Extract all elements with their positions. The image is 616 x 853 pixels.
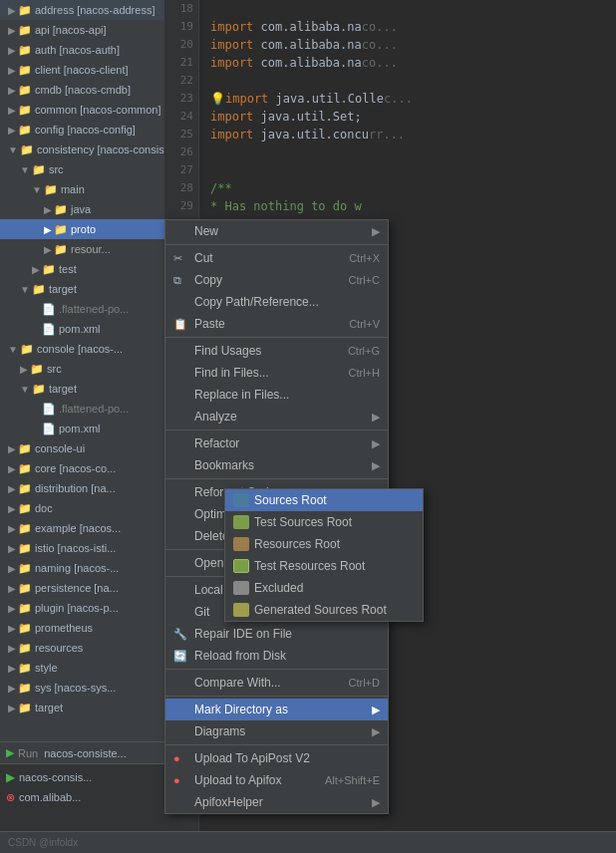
menu-item-cut[interactable]: ✂ Cut Ctrl+X bbox=[165, 247, 388, 269]
menu-item-upload-apifox[interactable]: ● Upload to Apifox Alt+Shift+E bbox=[165, 769, 388, 791]
tree-item-api[interactable]: ▶ 📁 api [nacos-api] bbox=[0, 20, 164, 40]
tree-item-console[interactable]: ▼ 📁 console [nacos-... bbox=[0, 339, 164, 359]
tree-item-target2[interactable]: ▼ 📁 target bbox=[0, 379, 164, 399]
submenu-item-generated-sources[interactable]: Generated Sources Root bbox=[225, 599, 423, 621]
tree-item-pom2[interactable]: ▶ 📄 pom.xml bbox=[0, 419, 164, 438]
line-num: 29 bbox=[180, 197, 193, 215]
tree-item-flattened2[interactable]: ▶ 📄 .flattened-po... bbox=[0, 399, 164, 419]
tree-label: doc bbox=[35, 502, 53, 514]
menu-item-copy-path[interactable]: Copy Path/Reference... bbox=[165, 291, 388, 313]
tree-item-pom1[interactable]: ▶ 📄 pom.xml bbox=[0, 319, 164, 339]
tree-item-resources[interactable]: ▶ 📁 resour... bbox=[0, 239, 164, 259]
submenu-item-sources-root[interactable]: Sources Root bbox=[225, 489, 423, 511]
tree-label: auth [nacos-auth] bbox=[35, 44, 120, 56]
tree-label: istio [nacos-isti... bbox=[35, 542, 116, 554]
tree-item-auth[interactable]: ▶ 📁 auth [nacos-auth] bbox=[0, 40, 164, 60]
menu-item-analyze[interactable]: Analyze ▶ bbox=[165, 406, 388, 427]
submenu-item-resources-root[interactable]: Resources Root bbox=[225, 533, 423, 555]
tree-item-test[interactable]: ▶ 📁 test bbox=[0, 259, 164, 279]
tree-label: java bbox=[71, 203, 91, 215]
line-num: 23 bbox=[180, 90, 193, 108]
tree-item-common[interactable]: ▶ 📁 common [nacos-common] bbox=[0, 100, 164, 120]
menu-item-mark-dir[interactable]: Mark Directory as ▶ bbox=[165, 699, 388, 720]
tree-item-sys[interactable]: ▶ 📁 sys [nacos-sys... bbox=[0, 678, 164, 698]
menu-item-paste[interactable]: 📋 Paste Ctrl+V bbox=[165, 313, 388, 335]
apipost-icon: ● bbox=[173, 752, 189, 764]
tree-item-console-ui[interactable]: ▶ 📁 console-ui bbox=[0, 438, 164, 458]
menu-item-repair-ide[interactable]: 🔧 Repair IDE on File bbox=[165, 623, 388, 645]
tree-item-target3[interactable]: ▶ 📁 target bbox=[0, 698, 164, 717]
tree-item-resources2[interactable]: ▶ 📁 resources bbox=[0, 638, 164, 658]
menu-item-refactor[interactable]: Refactor ▶ bbox=[165, 432, 388, 454]
tree-item-naming[interactable]: ▶ 📁 naming [nacos-... bbox=[0, 558, 164, 578]
code-line: * Has nothing to do w bbox=[210, 197, 606, 215]
menu-item-copy[interactable]: ⧉ Copy Ctrl+C bbox=[165, 269, 388, 291]
chevron-icon: ▶ bbox=[8, 603, 16, 614]
tree-item-doc[interactable]: ▶ 📁 doc bbox=[0, 498, 164, 518]
menu-item-find-usages[interactable]: Find Usages Ctrl+G bbox=[165, 340, 388, 362]
submenu-item-test-resources[interactable]: Test Resources Root bbox=[225, 555, 423, 577]
menu-item-upload-apipost[interactable]: ● Upload To ApiPost V2 bbox=[165, 747, 388, 769]
submenu-item-excluded[interactable]: Excluded bbox=[225, 577, 423, 599]
submenu-item-test-sources[interactable]: Test Sources Root bbox=[225, 511, 423, 533]
tree-item-consistency[interactable]: ▼ 📁 consistency [nacos-consistency] bbox=[0, 140, 164, 159]
tree-item-istio[interactable]: ▶ 📁 istio [nacos-isti... bbox=[0, 538, 164, 558]
folder-icon: 📁 bbox=[18, 502, 32, 515]
separator bbox=[165, 744, 388, 745]
menu-item-label: Mark Directory as bbox=[194, 703, 372, 716]
menu-item-find-in-files[interactable]: Find in Files... Ctrl+H bbox=[165, 362, 388, 384]
tree-item-client[interactable]: ▶ 📁 client [nacos-client] bbox=[0, 60, 164, 80]
code-line: 💡import java.util.Collec... bbox=[210, 90, 606, 108]
chevron-icon: ▶ bbox=[44, 224, 52, 235]
menu-item-reload[interactable]: 🔄 Reload from Disk bbox=[165, 645, 388, 667]
separator bbox=[165, 429, 388, 430]
menu-item-compare[interactable]: Compare With... Ctrl+D bbox=[165, 672, 388, 694]
line-num: 21 bbox=[180, 54, 193, 72]
tree-item-persistence[interactable]: ▶ 📁 persistence [na... bbox=[0, 578, 164, 598]
run-tab[interactable]: nacos-consiste... bbox=[44, 747, 127, 759]
run-play-icon: ▶ bbox=[6, 770, 15, 784]
excluded-icon bbox=[233, 581, 249, 595]
chevron-icon: ▶ bbox=[8, 85, 16, 96]
run-item-error[interactable]: ⊗ com.alibab... bbox=[6, 787, 158, 807]
test-resources-icon bbox=[233, 559, 249, 573]
tree-item-plugin[interactable]: ▶ 📁 plugin [nacos-p... bbox=[0, 598, 164, 618]
menu-item-label: Paste bbox=[194, 317, 339, 331]
menu-item-bookmarks[interactable]: Bookmarks ▶ bbox=[165, 454, 388, 476]
tree-item-target[interactable]: ▼ 📁 target bbox=[0, 279, 164, 299]
chevron-icon: ▼ bbox=[8, 344, 18, 355]
shortcut-label: Ctrl+H bbox=[349, 367, 380, 379]
menu-item-diagrams[interactable]: Diagrams ▶ bbox=[165, 720, 388, 742]
tree-item-main[interactable]: ▼ 📁 main bbox=[0, 179, 164, 199]
chevron-icon: ▶ bbox=[8, 105, 16, 116]
tree-item-address[interactable]: ▶ 📁 address [nacos-address] bbox=[0, 0, 164, 20]
code-line: /** bbox=[210, 179, 606, 197]
chevron-icon: ▼ bbox=[8, 144, 18, 155]
submenu-item-label: Test Sources Root bbox=[254, 515, 352, 529]
tree-item-example[interactable]: ▶ 📁 example [nacos... bbox=[0, 518, 164, 538]
tree-item-flattened1[interactable]: ▶ 📄 .flattened-po... bbox=[0, 299, 164, 319]
tree-item-config[interactable]: ▶ 📁 config [nacos-config] bbox=[0, 120, 164, 140]
run-icon: ▶ bbox=[6, 746, 14, 759]
paste-icon: 📋 bbox=[173, 318, 189, 331]
tree-item-distribution[interactable]: ▶ 📁 distribution [na... bbox=[0, 478, 164, 498]
tree-item-core[interactable]: ▶ 📁 core [nacos-co... bbox=[0, 458, 164, 478]
tree-item-cmdb[interactable]: ▶ 📁 cmdb [nacos-cmdb] bbox=[0, 80, 164, 100]
menu-item-new[interactable]: New ▶ bbox=[165, 220, 388, 242]
tree-item-java[interactable]: ▶ 📁 java bbox=[0, 199, 164, 219]
tree-item-src[interactable]: ▼ 📁 src bbox=[0, 159, 164, 179]
run-item-main[interactable]: ▶ nacos-consis... bbox=[6, 767, 158, 787]
folder-icon: 📁 bbox=[18, 4, 32, 17]
code-line bbox=[210, 143, 606, 161]
tree-item-prometheus[interactable]: ▶ 📁 prometheus bbox=[0, 618, 164, 638]
tree-label: main bbox=[61, 183, 85, 195]
chevron-icon: ▼ bbox=[20, 164, 30, 175]
menu-item-apifox-helper[interactable]: ApifoxHelper ▶ bbox=[165, 791, 388, 813]
chevron-icon: ▶ bbox=[8, 125, 16, 136]
chevron-icon: ▶ bbox=[8, 523, 16, 534]
tree-item-style[interactable]: ▶ 📁 style bbox=[0, 658, 164, 678]
tree-item-src2[interactable]: ▶ 📁 src bbox=[0, 359, 164, 379]
menu-item-label: Upload To ApiPost V2 bbox=[194, 751, 380, 765]
menu-item-replace-in-files[interactable]: Replace in Files... bbox=[165, 384, 388, 406]
tree-item-proto[interactable]: ▶ 📁 proto bbox=[0, 219, 164, 239]
